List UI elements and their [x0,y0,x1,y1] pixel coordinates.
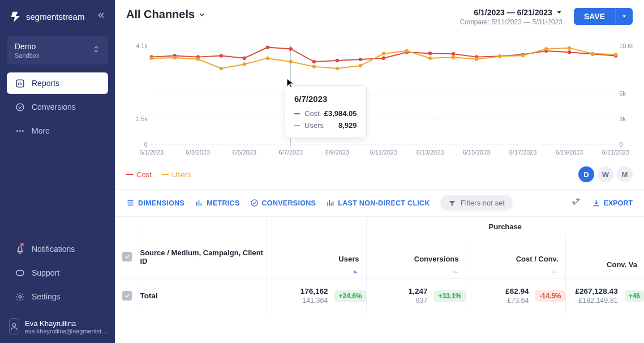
chevrons-updown-icon [92,45,100,56]
column-dimension[interactable]: Source / Medium, Campaign, Client ID [140,236,267,278]
svg-text:6/9/2023: 6/9/2023 [325,149,350,156]
nav-notifications-label: Notifications [32,245,75,254]
metrics-button[interactable]: METRICS [195,199,239,207]
nav-notifications[interactable]: Notifications [7,238,108,260]
auto-insights-button[interactable] [572,197,582,209]
nav-support[interactable]: Support [7,262,108,284]
svg-point-53 [614,53,617,56]
legend-swatch-icon [162,174,169,175]
caret-down-icon [621,14,627,19]
column-conversions[interactable]: Conversions [367,236,466,278]
collapse-sidebar-button[interactable] [97,11,106,22]
cell-users-value: 176,162 [300,287,328,295]
column-conv-value[interactable]: Conv. Va [566,236,645,278]
conversions-button[interactable]: CONVERSIONS [250,199,316,207]
cell-users-delta: +24.6% [334,290,366,302]
svg-point-19 [312,60,316,63]
cell-cval-delta: +46 [625,290,644,302]
svg-point-22 [382,57,385,60]
sort-icon [452,269,459,275]
svg-point-24 [428,52,432,55]
svg-text:6/21/2023: 6/21/2023 [602,149,630,156]
nav-settings[interactable]: Settings [7,286,108,307]
svg-point-37 [243,62,246,66]
svg-point-42 [359,64,362,67]
export-button[interactable]: EXPORT [592,199,633,207]
tooltip-value: 8,929 [338,121,357,130]
granularity-toggle: D W M [578,166,633,182]
y-right-tick: 3k [619,115,626,122]
save-dropdown-button[interactable] [615,8,633,25]
line-chart[interactable]: 4.1k 1.5k 0 10.6k 6k 3k 0 6/1/20236/3/20… [126,37,633,162]
svg-point-6 [19,295,21,298]
download-icon [592,199,600,207]
attribution-button[interactable]: LAST NON-DIRECT CLICK [326,199,430,207]
granularity-week[interactable]: W [598,166,613,182]
svg-point-44 [405,49,409,53]
filters-button[interactable]: Filters not set [440,195,513,211]
row-label: Total [140,278,267,314]
notification-dot-icon [20,243,24,246]
sort-icon [353,269,359,275]
page-title: All Channels [126,8,195,21]
save-button[interactable]: SAVE [574,8,615,25]
cell-conversions-value: 1,247 [409,287,428,295]
svg-point-45 [428,57,432,60]
topbar: All Channels 6/1/2023 — 6/21/2023 Compar… [115,0,644,32]
svg-point-40 [312,65,316,68]
column-cost-per-conv[interactable]: Cost / Conv. [466,236,565,278]
nav-reports[interactable]: Reports [7,72,108,94]
row-checkbox[interactable] [122,291,132,301]
y-left-tick: 0 [144,141,148,148]
cell-cpc-prev: £73.64 [505,297,529,305]
table-toolbar: DIMENSIONS METRICS CONVERSIONS LAST NON-… [115,189,644,216]
select-all-checkbox[interactable] [122,252,132,261]
legend-swatch-icon [126,174,133,175]
svg-point-65 [251,200,257,206]
svg-point-38 [266,57,269,60]
granularity-day[interactable]: D [578,166,594,182]
project-selector[interactable]: Demo Sandbox [7,36,108,65]
date-range-selector[interactable]: 6/1/2023 — 6/21/2023 Compare: 5/11/2023 … [460,8,562,26]
nav-more[interactable]: More [7,120,108,142]
cell-cpc-value: £62.94 [505,287,529,295]
svg-point-7 [12,324,15,327]
svg-point-15 [220,54,223,57]
column-users[interactable]: Users [267,236,366,278]
filter-icon [448,199,456,207]
svg-point-18 [289,47,293,50]
svg-point-43 [382,52,385,55]
svg-text:6/5/2023: 6/5/2023 [233,149,257,156]
legend-cost[interactable]: Cost [126,170,152,179]
chart-tooltip: 6/7/2023 Cost £3,984.05 Users 8,929 [285,85,367,138]
caret-down-icon [556,9,563,16]
legend-users[interactable]: Users [162,170,191,179]
y-right-tick: 0 [619,141,622,148]
svg-point-20 [336,59,339,62]
granularity-month[interactable]: M [617,166,633,182]
chart-area: 4.1k 1.5k 0 10.6k 6k 3k 0 6/1/20236/3/20… [115,32,644,164]
nav-conversions[interactable]: Conversions [7,96,108,118]
svg-text:6/19/2023: 6/19/2023 [556,149,583,156]
support-icon [15,268,25,278]
conversions-icon [15,102,25,112]
svg-text:6/13/2023: 6/13/2023 [417,149,444,156]
user-block[interactable]: Eva Khayrullina eva.khayrullina@segments… [0,310,115,343]
nav-more-label: More [32,126,50,135]
svg-point-47 [475,57,478,61]
chevron-down-icon [198,11,206,19]
y-right-tick: 10.6k [619,42,633,49]
nav-main: Reports Conversions More [0,72,115,144]
report-title-dropdown[interactable]: All Channels [126,8,206,21]
save-button-group: SAVE [574,8,633,25]
chart-icon [326,199,334,207]
svg-text:6/17/2023: 6/17/2023 [509,149,537,156]
cell-conversions-prev: 937 [409,297,428,305]
svg-point-48 [498,54,501,58]
more-icon [15,126,25,136]
svg-point-49 [521,54,525,57]
check-icon [124,293,130,299]
dimensions-button[interactable]: DIMENSIONS [126,199,184,207]
svg-point-30 [568,50,571,54]
tooltip-label: Users [304,121,334,130]
